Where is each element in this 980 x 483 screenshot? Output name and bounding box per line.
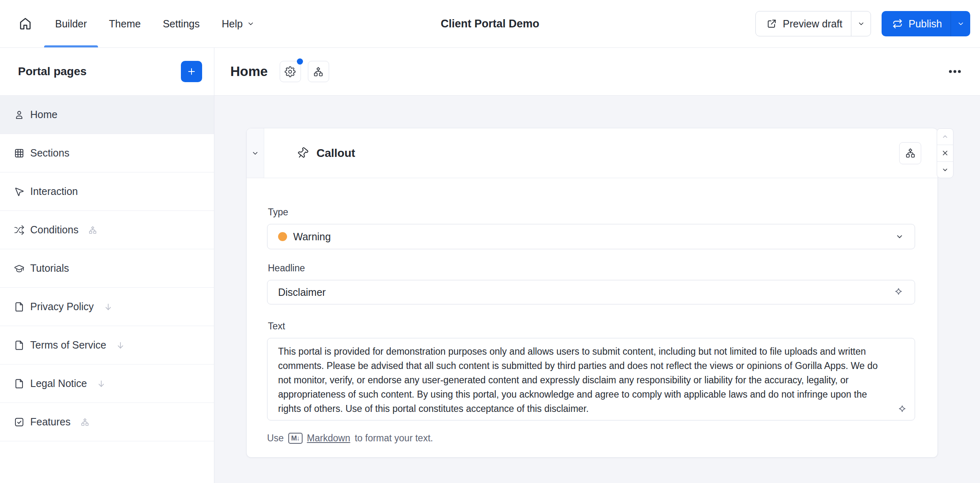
checkbox-icon bbox=[14, 417, 24, 427]
visibility-conditions-icon bbox=[88, 226, 97, 235]
publish-dropdown[interactable] bbox=[951, 11, 970, 36]
text-textarea[interactable]: This portal is provided for demonstratio… bbox=[267, 338, 915, 420]
headline-input[interactable]: Disclaimer bbox=[267, 280, 915, 304]
page-settings-button[interactable] bbox=[280, 61, 301, 82]
remove-block-button[interactable] bbox=[937, 145, 953, 161]
page-header: Home bbox=[214, 48, 980, 96]
tab-settings[interactable]: Settings bbox=[152, 0, 211, 47]
type-label: Type bbox=[268, 207, 915, 218]
chevron-down-icon bbox=[251, 149, 259, 157]
chevron-down-icon bbox=[941, 166, 949, 174]
gear-icon bbox=[285, 66, 296, 77]
sidebar-item-privacy-policy[interactable]: Privacy Policy bbox=[0, 288, 214, 326]
text-value: This portal is provided for demonstratio… bbox=[278, 344, 891, 416]
block-controls bbox=[937, 128, 953, 178]
markdown-icon: M↓ bbox=[288, 433, 303, 444]
warning-dot bbox=[278, 232, 287, 241]
topbar-actions: Preview draft Publish bbox=[755, 11, 970, 36]
chevron-up-icon bbox=[941, 133, 949, 141]
arrow-down-icon bbox=[104, 302, 113, 311]
sidebar-item-terms-of-service[interactable]: Terms of Service bbox=[0, 326, 214, 364]
topbar: Builder Theme Settings Help Client Porta… bbox=[0, 0, 980, 48]
sidebar-item-interaction[interactable]: Interaction bbox=[0, 172, 214, 211]
pages-sidebar: Portal pages Home Sections Interaction C… bbox=[0, 48, 214, 483]
dynamic-data-icon[interactable] bbox=[897, 404, 908, 415]
block-conditions-button[interactable] bbox=[899, 142, 921, 164]
dynamic-data-icon[interactable] bbox=[893, 287, 904, 298]
chevron-down-icon bbox=[957, 20, 965, 28]
grid-icon bbox=[14, 148, 24, 159]
publish-sync-icon bbox=[892, 18, 903, 29]
collapse-block-button[interactable] bbox=[247, 128, 264, 178]
tab-builder[interactable]: Builder bbox=[44, 0, 98, 47]
arrow-down-icon bbox=[97, 379, 106, 388]
add-page-button[interactable] bbox=[181, 61, 202, 82]
sidebar-item-features[interactable]: Features bbox=[0, 403, 214, 441]
external-link-icon bbox=[766, 18, 777, 29]
visibility-conditions-icon bbox=[313, 66, 324, 77]
graduation-cap-icon bbox=[14, 263, 24, 274]
page-conditions-button[interactable] bbox=[308, 61, 329, 82]
visibility-conditions-icon bbox=[905, 148, 916, 159]
file-icon bbox=[14, 302, 24, 312]
publish-button[interactable]: Publish bbox=[882, 11, 970, 36]
app-root: Builder Theme Settings Help Client Porta… bbox=[0, 0, 980, 483]
sidebar-item-tutorials[interactable]: Tutorials bbox=[0, 249, 214, 288]
headline-label: Headline bbox=[268, 263, 915, 274]
visibility-conditions-icon bbox=[80, 418, 89, 427]
page-title: Home bbox=[230, 64, 268, 79]
app-title: Client Portal Demo bbox=[441, 18, 539, 30]
sidebar-item-legal-notice[interactable]: Legal Notice bbox=[0, 364, 214, 403]
file-icon bbox=[14, 378, 24, 389]
main-nav: Builder Theme Settings Help bbox=[44, 0, 266, 47]
preview-draft-button[interactable]: Preview draft bbox=[755, 11, 871, 36]
block-settings-form: Type Warning Headline Disclaimer Text Th… bbox=[247, 178, 938, 444]
markdown-link[interactable]: Markdown bbox=[307, 433, 350, 444]
main-area: Home Callout bbox=[214, 48, 980, 483]
pin-icon bbox=[296, 147, 309, 159]
type-select-value: Warning bbox=[293, 231, 331, 243]
preview-draft-dropdown[interactable] bbox=[851, 11, 871, 36]
arrow-down-icon bbox=[116, 341, 125, 350]
close-icon bbox=[941, 149, 949, 157]
file-icon bbox=[14, 340, 24, 351]
headline-value: Disclaimer bbox=[278, 286, 326, 298]
cursor-icon bbox=[14, 186, 24, 197]
plus-icon bbox=[187, 67, 196, 76]
more-options-button[interactable] bbox=[945, 66, 965, 77]
block-header: Callout bbox=[247, 128, 938, 178]
sidebar-item-conditions[interactable]: Conditions bbox=[0, 211, 214, 249]
user-icon bbox=[14, 110, 24, 120]
chevron-down-icon bbox=[247, 20, 255, 28]
tab-help[interactable]: Help bbox=[211, 0, 266, 47]
shuffle-icon bbox=[14, 225, 24, 235]
markdown-hint: Use M↓ Markdown to format your text. bbox=[267, 433, 915, 444]
move-block-down-button[interactable] bbox=[937, 162, 953, 178]
callout-block-card: Callout Type bbox=[246, 128, 938, 458]
type-select[interactable]: Warning bbox=[267, 224, 915, 249]
sidebar-header: Portal pages bbox=[0, 48, 214, 96]
text-label: Text bbox=[268, 321, 915, 332]
home-icon[interactable] bbox=[16, 15, 34, 33]
move-block-up-button[interactable] bbox=[937, 129, 953, 145]
block-title: Callout bbox=[316, 147, 355, 160]
sidebar-item-home[interactable]: Home bbox=[0, 96, 214, 134]
tab-theme[interactable]: Theme bbox=[98, 0, 152, 47]
notification-dot bbox=[297, 58, 303, 65]
sidebar-title: Portal pages bbox=[18, 65, 87, 78]
sidebar-item-sections[interactable]: Sections bbox=[0, 134, 214, 172]
chevron-down-icon bbox=[895, 232, 904, 241]
chevron-down-icon bbox=[857, 20, 865, 28]
